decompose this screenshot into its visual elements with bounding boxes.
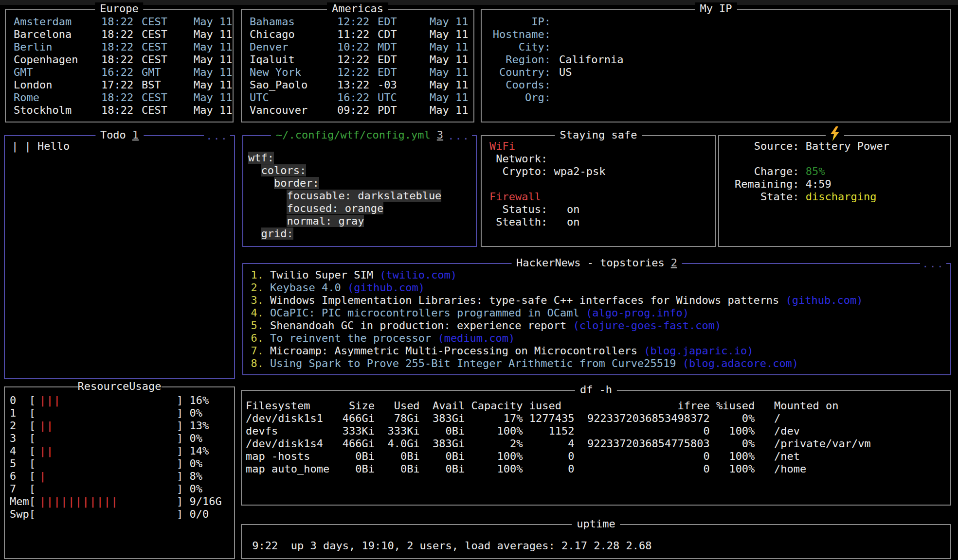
- story-row[interactable]: 4.OCaPIC: PIC microcontrollers programme…: [250, 307, 950, 319]
- field-label: Hostname:: [491, 28, 551, 41]
- panel-todo[interactable]: Todo1 ... | | Hello: [4, 135, 235, 379]
- field-label: State:: [735, 191, 799, 203]
- uptime-line: 9:22 up 3 days, 19:10, 2 users, load ave…: [246, 540, 950, 552]
- indent: [248, 202, 287, 214]
- meter-value: ] 0%: [177, 483, 202, 495]
- todo-item[interactable]: | | Hello: [12, 140, 234, 153]
- timezone-label: EDT: [378, 16, 430, 28]
- clock-row: Stockholm18:22CESTMay 11: [14, 104, 233, 117]
- time-value: 16:22: [101, 66, 142, 79]
- battery-row: Source: Battery Power: [735, 140, 950, 153]
- story-row[interactable]: 5.Shenandoah GC in production: experienc…: [250, 319, 950, 332]
- meter-value: ] 16%: [177, 394, 209, 406]
- story-domain[interactable]: (clojure-goes-fast.com): [566, 319, 721, 332]
- field-label: Coords:: [491, 79, 551, 91]
- field-value: California: [559, 53, 623, 66]
- timezone-label: CEST: [142, 41, 194, 53]
- meter-value: ] 0/0: [177, 508, 209, 520]
- date-value: May 11: [194, 53, 232, 66]
- date-value: May 11: [430, 53, 468, 66]
- clock-row: Iqaluit12:22EDTMay 11: [250, 53, 473, 66]
- city-label: Sao_Paolo: [250, 79, 337, 91]
- yaml-text: border:: [274, 177, 319, 189]
- terminal-top-strip: [0, 0, 958, 5]
- story-domain[interactable]: (twilio.com): [373, 269, 457, 281]
- field-value: US: [559, 66, 572, 78]
- meter-label: Mem[: [10, 495, 36, 508]
- city-label: Vancouver: [250, 104, 337, 117]
- battery-row: Remaining: 4:59: [735, 178, 950, 191]
- story-domain[interactable]: (blog.japaric.io): [637, 345, 753, 357]
- meter-label: 2 [: [10, 420, 36, 432]
- story-title: Keybase 4.0: [270, 281, 341, 294]
- field-label: Remaining:: [735, 178, 799, 190]
- staying-safe-title: Staying safe: [560, 129, 637, 141]
- panel-hackernews[interactable]: HackerNews - topstories2 ... 1.Twilio Su…: [242, 263, 951, 375]
- my-ip-title: My IP: [700, 2, 732, 15]
- story-row[interactable]: 2.Keybase 4.0 (github.com): [250, 281, 950, 294]
- story-title: Microamp: Asymmetric Multi-Processing on…: [270, 345, 637, 357]
- timezone-label: EDT: [378, 53, 430, 66]
- city-label: Denver: [250, 41, 337, 53]
- cpu-meter-row: 0 [|||] 16%: [10, 394, 234, 407]
- ip-field-row: Hostname:: [491, 28, 950, 41]
- date-value: May 11: [430, 16, 468, 28]
- battery-row: State: discharging: [735, 191, 950, 203]
- city-label: Amsterdam: [14, 16, 101, 28]
- story-domain[interactable]: (github.com): [779, 294, 863, 306]
- df-row: map -hosts 0Bi 0Bi 0Bi 100% 0 0 100% /ne…: [246, 450, 950, 463]
- americas-title: Americas: [332, 2, 383, 15]
- todo-title: Todo: [100, 129, 126, 141]
- security-line: Crypto: wpa2-psk: [489, 165, 715, 178]
- americas-clock-list: Bahamas12:22EDTMay 11 Chicago11:22CDTMay…: [242, 10, 473, 117]
- story-row[interactable]: 3.Windows Implementation Libraries: type…: [250, 294, 950, 307]
- df-table: Filesystem Size Used Avail Capacity iuse…: [242, 391, 950, 475]
- story-title: OCaPIC: PIC microcontrollers programmed …: [270, 307, 579, 319]
- clock-row: GMT16:22GMTMay 11: [14, 66, 233, 79]
- story-list: 1.Twilio Super SIM (twilio.com) 2.Keybas…: [243, 264, 950, 370]
- panel-config-file[interactable]: ~/.config/wtf/config.yml3 ... wtf: color…: [242, 135, 477, 247]
- story-domain[interactable]: (algo-prog.info): [579, 307, 689, 319]
- timezone-label: MDT: [378, 41, 430, 53]
- story-row[interactable]: 7.Microamp: Asymmetric Multi-Processing …: [250, 345, 950, 357]
- meter-bars: |||||||||||: [36, 495, 177, 508]
- date-value: May 11: [430, 104, 468, 117]
- story-row[interactable]: 8.Using Spark to Prove 255-Bit Integer A…: [250, 357, 950, 370]
- clock-row: Rome18:22CESTMay 11: [14, 91, 233, 104]
- story-row[interactable]: 6.To reinvent the processor (medium.com): [250, 332, 950, 345]
- story-domain[interactable]: (medium.com): [431, 332, 515, 344]
- city-label: New_York: [250, 66, 337, 79]
- df-header-row: Filesystem Size Used Avail Capacity iuse…: [246, 400, 950, 412]
- story-rank: 6.: [250, 332, 264, 345]
- story-rank: 4.: [250, 307, 264, 319]
- city-label: Chicago: [250, 28, 337, 41]
- story-rank: 1.: [250, 269, 264, 281]
- timezone-label: CEST: [142, 91, 194, 104]
- config-file-content: wtf: colors: border: focusable: darkslat…: [243, 136, 476, 240]
- panel-americas: Americas Bahamas12:22EDTMay 11 Chicago11…: [241, 9, 474, 122]
- cpu-meter-row: 3 [] 0%: [10, 432, 234, 445]
- story-domain[interactable]: (blog.adacore.com): [676, 357, 798, 369]
- meter-value: ] 13%: [177, 420, 209, 432]
- timezone-label: PDT: [378, 104, 430, 117]
- ip-field-row: Region:California: [491, 53, 950, 66]
- city-label: London: [14, 79, 101, 91]
- df-row: /dev/disk1s4 466Gi 4.0Gi 383Gi 2% 4 9223…: [246, 438, 950, 450]
- story-row[interactable]: 1.Twilio Super SIM (twilio.com): [250, 269, 950, 281]
- meter-bars: |: [36, 470, 177, 483]
- panel-title: Americas: [327, 2, 388, 15]
- yaml-text: normal: gray: [287, 215, 364, 227]
- ip-field-row: IP:: [491, 16, 950, 28]
- timezone-label: CEST: [142, 16, 194, 28]
- timezone-label: UTC: [378, 91, 430, 104]
- todo-shortcut-key: 1: [132, 129, 139, 141]
- date-value: May 11: [194, 79, 232, 91]
- clock-row: Amsterdam18:22CESTMay 11: [14, 16, 233, 28]
- meter-value: ] 0%: [177, 407, 202, 419]
- time-value: 13:22: [337, 79, 378, 91]
- story-rank: 7.: [250, 345, 264, 357]
- meter-value: ] 9/16G: [177, 495, 222, 508]
- time-value: 16:22: [337, 91, 378, 104]
- story-domain[interactable]: (github.com): [341, 281, 425, 294]
- hackernews-title: HackerNews - topstories: [516, 257, 665, 269]
